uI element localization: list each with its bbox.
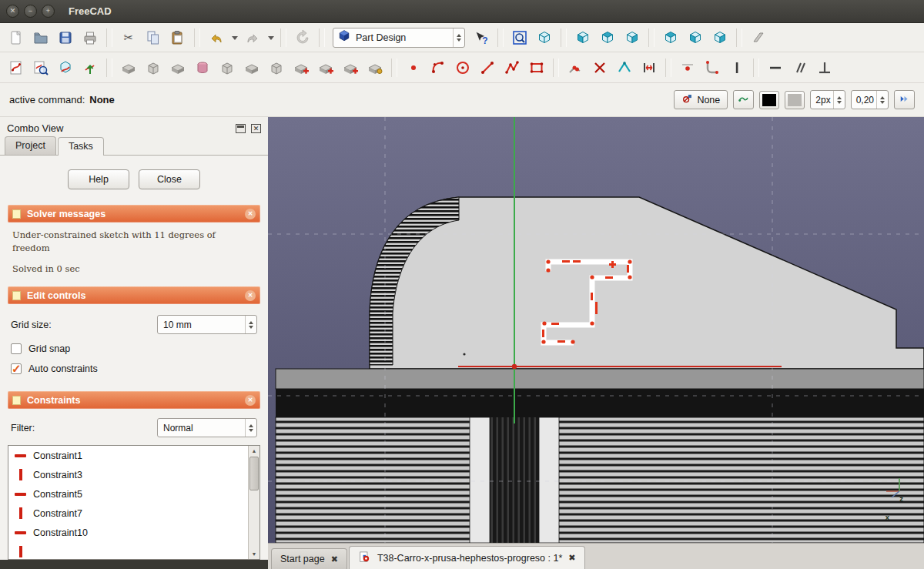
filter-arrows[interactable] [245, 419, 256, 437]
view-rear-button[interactable] [659, 26, 682, 49]
close-button[interactable]: Close [139, 169, 200, 189]
window-maximize-icon[interactable]: + [42, 5, 55, 18]
save-document-button[interactable] [54, 26, 77, 49]
view-right-button[interactable] [621, 26, 644, 49]
sketch-canvas[interactable] [268, 117, 924, 543]
constraint-list-item[interactable]: Constraint10 [8, 523, 248, 542]
view-top-button[interactable] [596, 26, 619, 49]
origin-point[interactable] [512, 364, 517, 369]
float-panel-icon[interactable] [236, 124, 246, 133]
measure-distance-button[interactable] [747, 26, 770, 49]
open-document-button[interactable] [29, 26, 52, 49]
external-geometry-button[interactable] [613, 56, 636, 79]
constraint-list-item[interactable] [8, 542, 248, 559]
window-close-icon[interactable]: ✕ [6, 5, 19, 18]
draft-button[interactable] [265, 56, 288, 79]
document-tab[interactable]: T38-Carro-x-prusa-hephestos-progreso : 1… [349, 546, 585, 569]
3d-viewport[interactable]: z x [268, 117, 924, 569]
constraint-vertical-button[interactable] [725, 56, 748, 79]
create-circle-button[interactable] [451, 56, 474, 79]
point-size-spinner[interactable]: 0,20 [851, 90, 889, 109]
constraint-symmetric-button[interactable] [638, 56, 661, 79]
dock-toggle-button[interactable] [894, 90, 915, 109]
redo-dropdown-button[interactable] [266, 26, 276, 49]
groove-button[interactable] [191, 56, 214, 79]
view-bottom-button[interactable] [684, 26, 707, 49]
linear-pattern-button[interactable] [290, 56, 313, 79]
multi-transform-button[interactable] [363, 56, 387, 79]
grid-size-combobox[interactable]: 10 mm [157, 315, 257, 334]
print-button[interactable] [79, 26, 102, 49]
workbench-spinner[interactable] [453, 28, 464, 47]
solver-messages-header[interactable]: Solver messages ✕ [8, 205, 260, 223]
grid-snap-checkbox[interactable] [11, 343, 22, 354]
collapse-section-icon[interactable]: ✕ [245, 290, 256, 301]
view-axonometric-button[interactable] [533, 26, 556, 49]
create-arc-button[interactable] [427, 56, 450, 79]
collapse-section-icon[interactable]: ✕ [245, 395, 256, 406]
refresh-button[interactable] [291, 26, 314, 49]
edit-appearance-button[interactable] [733, 90, 754, 109]
constraint-parallel-button[interactable] [788, 56, 812, 79]
line-width-arrows[interactable] [833, 91, 845, 109]
pad-button[interactable] [117, 56, 140, 79]
title-bar[interactable]: ✕ − + FreeCAD [0, 0, 924, 23]
whats-this-button[interactable]: ? [470, 26, 493, 49]
leave-sketch-button[interactable] [79, 56, 102, 79]
stray-point[interactable] [463, 353, 465, 355]
new-document-button[interactable] [5, 26, 28, 49]
constraint-coincident-button[interactable] [564, 56, 587, 79]
line-color-swatch[interactable] [759, 91, 779, 109]
polar-pattern-button[interactable] [314, 56, 337, 79]
edit-sketch-button[interactable] [29, 56, 52, 79]
close-tab-icon[interactable]: ✖ [568, 553, 575, 563]
collapse-section-icon[interactable]: ✕ [245, 209, 256, 219]
undo-button[interactable] [205, 26, 228, 49]
new-sketch-button[interactable] [5, 56, 28, 79]
line-width-spinner[interactable]: 2px [810, 90, 845, 109]
scroll-up-icon[interactable]: ▲ [249, 446, 259, 456]
chamfer-button[interactable] [240, 56, 263, 79]
close-panel-icon[interactable]: ✕ [251, 124, 261, 133]
tab-project[interactable]: Project [5, 136, 56, 155]
create-point-button[interactable] [402, 56, 425, 79]
filter-combobox[interactable]: Normal [157, 418, 257, 437]
help-button[interactable]: Help [68, 169, 129, 189]
constraint-mode-button[interactable]: None [674, 90, 728, 109]
constraint-point-on-object-button[interactable] [676, 56, 699, 79]
document-tab[interactable]: Start page✖ [271, 548, 347, 569]
cut-button[interactable]: ✂ [117, 26, 140, 49]
constraint-list-item[interactable]: Constraint5 [8, 484, 248, 504]
scaled-pattern-button[interactable] [339, 56, 362, 79]
point-size-arrows[interactable] [876, 91, 888, 109]
close-tab-icon[interactable]: ✖ [331, 554, 338, 564]
revolution-button[interactable] [166, 56, 189, 79]
edit-controls-header[interactable]: Edit controls ✕ [8, 286, 260, 304]
copy-button[interactable] [142, 26, 165, 49]
create-polyline-button[interactable] [500, 56, 524, 79]
workbench-selector[interactable]: Part Design [333, 28, 465, 48]
pocket-button[interactable] [142, 56, 165, 79]
grid-size-arrows[interactable] [245, 316, 256, 333]
constraint-list-item[interactable]: Constraint1 [8, 446, 248, 465]
constraint-list-item[interactable]: Constraint3 [8, 465, 248, 484]
redo-button[interactable] [241, 26, 264, 49]
zoom-selection-button[interactable] [508, 26, 531, 49]
constraint-perpendicular-button[interactable] [813, 56, 836, 79]
constraint-horizontal-button[interactable] [764, 56, 787, 79]
map-sketch-button[interactable] [54, 56, 77, 79]
paste-button[interactable] [166, 26, 189, 49]
scrollbar-thumb[interactable] [249, 457, 259, 490]
create-fillet-button[interactable] [701, 56, 724, 79]
trim-edge-button[interactable] [588, 56, 611, 79]
create-line-button[interactable] [476, 56, 499, 79]
constraint-list-scrollbar[interactable]: ▲ ▼ [248, 446, 259, 559]
undo-dropdown-button[interactable] [229, 26, 239, 49]
view-left-button[interactable] [708, 26, 732, 49]
constraint-list-item[interactable]: Constraint7 [8, 504, 248, 523]
tab-tasks[interactable]: Tasks [58, 137, 104, 156]
auto-constraints-checkbox[interactable] [11, 363, 22, 374]
view-front-button[interactable] [571, 26, 594, 49]
fillet-feature-button[interactable] [216, 56, 239, 79]
window-minimize-icon[interactable]: − [24, 5, 37, 18]
